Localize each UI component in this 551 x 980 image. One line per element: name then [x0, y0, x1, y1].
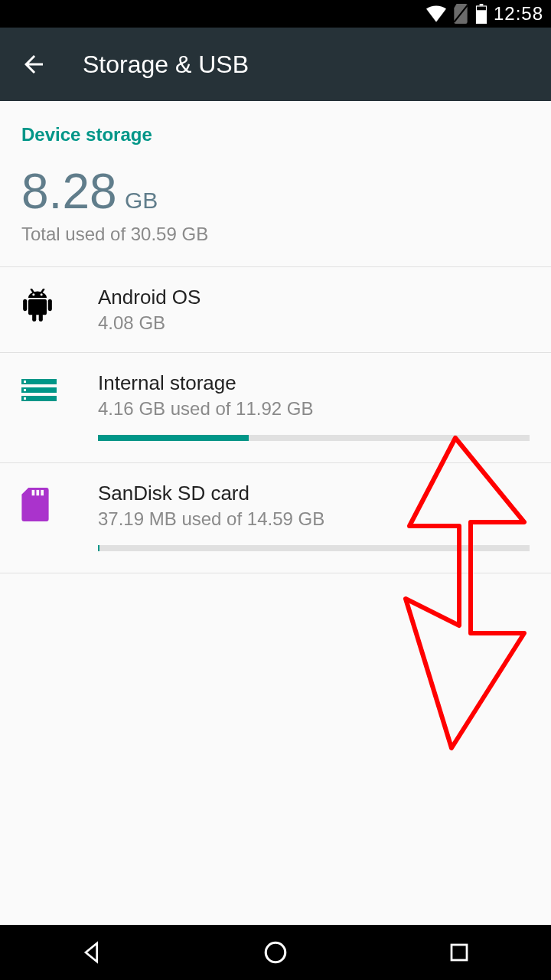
summary-unit: GB — [125, 188, 158, 213]
row-subtitle: 4.16 GB used of 11.92 GB — [98, 398, 530, 420]
svg-rect-23 — [452, 945, 467, 960]
back-button[interactable] — [17, 47, 51, 81]
svg-rect-13 — [21, 379, 57, 384]
svg-point-6 — [32, 293, 34, 296]
svg-rect-1 — [480, 4, 484, 5]
nav-recent-button[interactable] — [429, 934, 490, 971]
svg-rect-3 — [477, 7, 486, 11]
svg-rect-8 — [28, 299, 47, 315]
row-sd-card[interactable]: SanDisk SD card 37.19 MB used of 14.59 G… — [0, 463, 551, 573]
sd-card-icon — [21, 482, 75, 521]
row-title: SanDisk SD card — [98, 482, 530, 505]
svg-rect-14 — [21, 387, 57, 393]
svg-rect-18 — [24, 397, 26, 400]
storage-summary: 8.28 GB Total used of 30.59 GB — [0, 153, 551, 266]
summary-subtitle: Total used of 30.59 GB — [21, 224, 530, 245]
summary-value: 8.28 — [21, 167, 117, 216]
svg-point-7 — [41, 293, 43, 296]
row-internal-storage[interactable]: Internal storage 4.16 GB used of 11.92 G… — [0, 353, 551, 462]
divider — [0, 573, 551, 573]
svg-rect-16 — [24, 381, 26, 383]
svg-point-22 — [266, 942, 285, 962]
svg-line-5 — [41, 289, 44, 292]
row-title: Android OS — [98, 286, 530, 309]
status-bar: 12:58 — [0, 0, 551, 28]
svg-rect-15 — [21, 396, 57, 401]
app-bar: Storage & USB — [0, 28, 551, 101]
row-subtitle: 37.19 MB used of 14.59 GB — [98, 508, 530, 530]
svg-rect-21 — [41, 490, 44, 495]
no-sim-icon — [452, 4, 469, 24]
page-title: Storage & USB — [83, 51, 249, 79]
nav-back-button[interactable] — [61, 934, 122, 971]
svg-rect-17 — [24, 389, 26, 391]
svg-rect-9 — [23, 299, 27, 311]
progress-bar — [98, 545, 530, 551]
screen: 12:58 Storage & USB Device storage 8.28 … — [0, 0, 551, 980]
content: Device storage 8.28 GB Total used of 30.… — [0, 101, 551, 925]
android-icon — [21, 286, 75, 325]
wifi-icon — [426, 5, 446, 22]
nav-home-button[interactable] — [245, 934, 306, 971]
svg-rect-11 — [32, 314, 36, 322]
progress-fill — [98, 545, 99, 551]
navigation-bar — [0, 925, 551, 980]
svg-rect-20 — [36, 490, 39, 495]
svg-rect-12 — [39, 314, 43, 322]
svg-rect-19 — [32, 490, 35, 495]
svg-line-4 — [31, 289, 33, 292]
row-subtitle: 4.08 GB — [98, 312, 530, 334]
storage-icon — [21, 371, 75, 402]
status-time: 12:58 — [494, 3, 543, 24]
section-title: Device storage — [0, 101, 551, 153]
battery-icon — [475, 4, 487, 24]
progress-fill — [98, 435, 249, 441]
svg-rect-10 — [48, 299, 52, 311]
row-android-os[interactable]: Android OS 4.08 GB — [0, 267, 551, 352]
progress-bar — [98, 435, 530, 441]
row-title: Internal storage — [98, 371, 530, 395]
